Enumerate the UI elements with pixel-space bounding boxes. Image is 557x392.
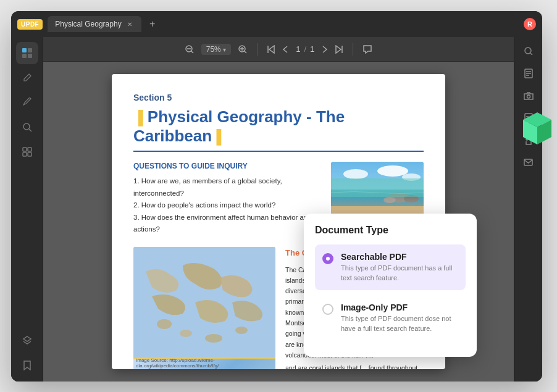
tab-title: Physical Geography [55, 20, 121, 28]
main-area: 75% ▾ [11, 37, 542, 382]
svg-point-32 [235, 327, 248, 334]
zoom-control: 75% ▾ [201, 44, 231, 55]
svg-line-11 [191, 51, 193, 53]
svg-rect-1 [28, 48, 32, 52]
right-icon-camera[interactable] [519, 86, 538, 105]
questions-list: 1. How are we, as members of a global so… [133, 175, 319, 236]
window-close-button[interactable]: R [524, 18, 536, 30]
searchable-pdf-content: Searchable PDF This type of PDF document… [341, 252, 458, 283]
svg-point-4 [23, 123, 30, 130]
svg-rect-23 [331, 190, 424, 208]
cube-decoration [522, 111, 550, 142]
zoom-in-button[interactable] [238, 45, 247, 54]
page-separator: / [304, 44, 306, 54]
prev-page-button[interactable] [282, 46, 288, 53]
sidebar-icon-annotate[interactable] [16, 91, 38, 114]
svg-rect-41 [524, 159, 532, 165]
active-tab[interactable]: Physical Geography ✕ [48, 16, 141, 32]
zoom-dropdown-icon[interactable]: ▾ [223, 46, 226, 53]
comment-button[interactable] [363, 45, 372, 54]
svg-point-31 [205, 334, 222, 343]
sidebar-icon-organize[interactable] [16, 141, 38, 163]
next-page-button[interactable] [322, 46, 328, 53]
svg-rect-8 [23, 152, 27, 156]
new-tab-button[interactable]: + [146, 18, 159, 30]
sidebar-icon-bookmark[interactable] [16, 354, 38, 377]
doc-type-title: Document Type [315, 225, 466, 236]
sidebar-icon-edit[interactable] [16, 67, 38, 89]
radio-inner-selected [326, 257, 330, 261]
right-sidebar [514, 37, 542, 382]
svg-line-34 [530, 53, 532, 55]
svg-rect-3 [28, 54, 32, 58]
right-icon-mail[interactable] [519, 153, 538, 172]
page-control: 1 / 1 [296, 44, 314, 54]
svg-rect-7 [28, 148, 31, 151]
beach-photo [331, 162, 424, 217]
svg-line-5 [29, 129, 31, 131]
page-title: ▐ Physical Geography - The Caribbean ▌ [133, 107, 424, 152]
sidebar-icon-layers[interactable] [16, 330, 38, 352]
svg-rect-6 [23, 148, 27, 151]
updf-logo: UPDF [17, 19, 43, 30]
document-type-popup: Document Type Searchable PDF This type o… [304, 214, 477, 357]
svg-rect-19 [331, 162, 424, 217]
last-page-button[interactable] [335, 45, 343, 54]
caribbean-map: Image Source: http://upload.wikime-dia.o… [133, 247, 275, 369]
first-page-button[interactable] [267, 45, 275, 54]
svg-rect-9 [28, 152, 31, 156]
map-caption: Image Source: http://upload.wikime-dia.o… [136, 357, 273, 369]
title-text: Physical Geography - The Caribbean [133, 107, 345, 145]
svg-point-30 [180, 330, 192, 337]
app-window: UPDF Physical Geography ✕ + R [11, 11, 542, 382]
searchable-pdf-option[interactable]: Searchable PDF This type of PDF document… [315, 244, 466, 290]
svg-point-39 [527, 95, 530, 98]
tab-close-button[interactable]: ✕ [125, 20, 134, 28]
article-body-2: and are coral islands that f... found th… [285, 363, 424, 369]
title-bracket-right: ▌ [216, 129, 226, 144]
svg-rect-2 [22, 54, 27, 58]
questions-text: QUESTIONS TO GUIDE INQUIRY 1. How are we… [133, 162, 319, 236]
searchable-pdf-desc: This type of PDF document has a full tex… [341, 264, 458, 283]
zoom-value[interactable]: 75% ▾ [201, 44, 231, 55]
svg-rect-0 [22, 48, 27, 52]
image-only-pdf-radio[interactable] [322, 304, 333, 315]
searchable-pdf-radio[interactable] [322, 253, 333, 264]
question-1: 1. How are we, as members of a global so… [133, 175, 319, 199]
svg-point-25 [404, 195, 419, 202]
svg-point-21 [377, 165, 408, 177]
title-bar: UPDF Physical Geography ✕ + R [11, 11, 542, 37]
question-2: 2. How do people's actions impact the wo… [133, 199, 319, 212]
image-only-pdf-option[interactable]: Image-Only PDF This type of PDF document… [315, 295, 466, 341]
searchable-pdf-label: Searchable PDF [341, 252, 458, 262]
title-bracket-left: ▐ [133, 110, 143, 125]
right-icon-search[interactable] [519, 42, 538, 60]
content-area: 75% ▾ [43, 37, 514, 382]
right-icon-ocr[interactable] [519, 64, 538, 83]
svg-point-26 [383, 197, 396, 203]
section-label: Section 5 [133, 93, 424, 102]
question-3: 3. How does the environment affect human… [133, 212, 319, 236]
total-pages: 1 [310, 44, 314, 54]
current-page: 1 [296, 44, 300, 54]
image-only-pdf-content: Image-Only PDF This type of PDF document… [341, 302, 458, 333]
sidebar-icon-layout[interactable] [16, 42, 38, 64]
image-only-pdf-desc: This type of PDF document dose not have … [341, 314, 458, 333]
zoom-out-button[interactable] [185, 45, 194, 54]
left-sidebar [11, 37, 43, 382]
svg-point-29 [157, 319, 172, 329]
sidebar-icon-zoom[interactable] [16, 116, 38, 138]
pdf-viewer: Section 5 ▐ Physical Geography - The Car… [43, 62, 514, 382]
svg-line-14 [244, 51, 246, 53]
svg-point-33 [525, 48, 531, 54]
image-only-pdf-label: Image-Only PDF [341, 302, 458, 312]
questions-title: QUESTIONS TO GUIDE INQUIRY [133, 162, 319, 170]
svg-point-20 [343, 169, 368, 179]
toolbar: 75% ▾ [43, 37, 514, 62]
svg-point-24 [388, 193, 410, 202]
svg-point-22 [402, 173, 421, 181]
